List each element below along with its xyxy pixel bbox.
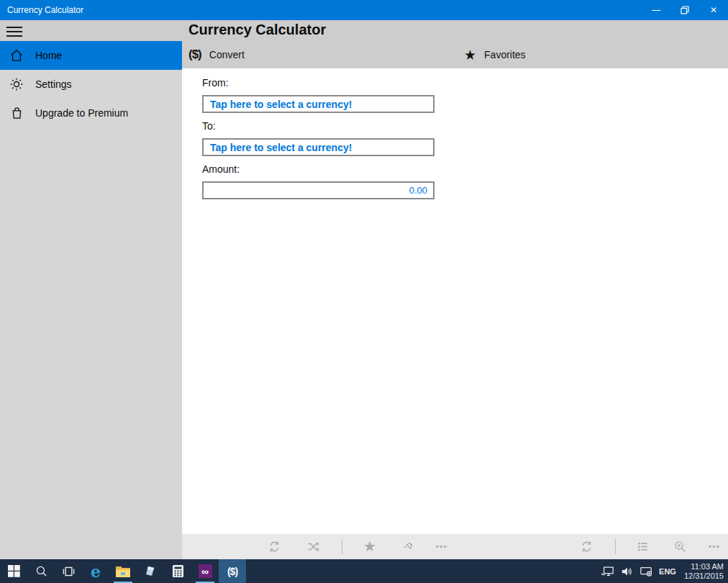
- window-controls: — ✕: [642, 0, 728, 20]
- from-label: From:: [202, 77, 229, 89]
- refresh-favorites-button[interactable]: [574, 536, 599, 556]
- swap-currencies-button[interactable]: [301, 536, 325, 556]
- windows-taskbar: e: [0, 559, 728, 583]
- pin-icon: [401, 540, 415, 553]
- gear-icon: [9, 76, 24, 92]
- list-icon: [636, 540, 650, 553]
- restore-button[interactable]: [670, 0, 699, 20]
- convert-panel: From: Tap here to select a currency! To:…: [182, 68, 728, 534]
- visual-studio-icon: ∞: [199, 564, 212, 578]
- time: 11:03 AM: [691, 562, 724, 571]
- tab-convert-label: Convert: [209, 49, 245, 60]
- sidebar-item-settings[interactable]: Settings: [0, 70, 182, 99]
- window-titlebar: Currency Calculator — ✕: [0, 0, 728, 20]
- from-currency-selector[interactable]: Tap here to select a currency!: [202, 95, 434, 113]
- start-button[interactable]: [0, 559, 27, 583]
- file-explorer-icon: [116, 566, 130, 577]
- currency-calculator-app: Currency Calculator — ✕ Currency Calcula…: [0, 0, 728, 583]
- close-button[interactable]: ✕: [699, 0, 728, 20]
- page-title: Currency Calculator: [188, 22, 326, 38]
- hamburger-icon: [6, 27, 22, 28]
- commandbar-separator: [342, 539, 342, 554]
- zoom-in-icon: [673, 540, 687, 553]
- header-band: Currency Calculator: [0, 20, 728, 41]
- taskbar-file-explorer-button[interactable]: [109, 559, 137, 583]
- restore-icon: [681, 6, 689, 14]
- task-view-icon: [62, 566, 76, 577]
- favorite-star-icon: ★: [363, 539, 376, 553]
- taskbar-currency-calculator-button[interactable]: ($): [219, 559, 246, 583]
- sidebar-item-home[interactable]: Home: [0, 41, 182, 70]
- tab-favorites[interactable]: ★ Favorites: [464, 41, 526, 68]
- date: 12/31/2015: [684, 571, 724, 580]
- amount-label: Amount:: [202, 163, 240, 175]
- taskbar-calculator-button[interactable]: [164, 559, 191, 583]
- tab-convert[interactable]: ($) Convert: [188, 41, 245, 68]
- to-label: To:: [202, 120, 216, 132]
- edge-icon: e: [91, 562, 101, 581]
- shopping-bag-icon: [9, 105, 24, 121]
- task-view-button[interactable]: [55, 559, 82, 583]
- sidebar: Home Settings Upgrade to Premium: [0, 41, 182, 559]
- to-currency-placeholder: Tap here to select a currency!: [210, 142, 352, 153]
- network-icon[interactable]: [601, 566, 614, 577]
- taskbar-notepad-button[interactable]: [137, 559, 164, 583]
- sidebar-item-upgrade-premium[interactable]: Upgrade to Premium: [0, 99, 182, 127]
- sync-icon: [580, 540, 593, 553]
- hamburger-menu-button[interactable]: [6, 24, 28, 39]
- taskbar-visual-studio-button[interactable]: ∞: [191, 559, 219, 583]
- star-icon: ★: [464, 47, 476, 63]
- app-commandbar: ★ •••: [182, 534, 728, 559]
- windows-logo-icon: [8, 565, 20, 577]
- secondary-more-button[interactable]: •••: [702, 536, 727, 556]
- add-favorite-button[interactable]: ★: [358, 536, 382, 556]
- sidebar-item-label: Upgrade to Premium: [35, 107, 128, 119]
- system-tray: ENG 11:03 AM 12/31/2015: [601, 559, 728, 583]
- pin-button[interactable]: [396, 536, 420, 556]
- more-options-button[interactable]: •••: [429, 536, 454, 556]
- sync-icon: [268, 540, 281, 553]
- clock[interactable]: 11:03 AM 12/31/2015: [683, 562, 724, 581]
- more-icon: •••: [436, 542, 447, 551]
- more-icon: •••: [709, 542, 720, 551]
- list-view-button[interactable]: [630, 536, 655, 556]
- language-indicator[interactable]: ENG: [659, 567, 676, 576]
- commandbar-separator: [615, 539, 616, 554]
- window-title: Currency Calculator: [0, 5, 83, 15]
- sidebar-item-label: Settings: [35, 78, 72, 90]
- pivot-tabbar: ($) Convert ★ Favorites: [182, 41, 728, 68]
- notepad-icon: [145, 565, 157, 577]
- currency-app-icon: ($): [227, 566, 237, 577]
- sidebar-item-label: Home: [35, 50, 62, 61]
- sync-rates-button[interactable]: [262, 536, 286, 556]
- minimize-button[interactable]: —: [642, 0, 670, 20]
- tab-favorites-label: Favorites: [484, 49, 526, 60]
- taskbar-search-button[interactable]: [27, 559, 55, 583]
- to-currency-selector[interactable]: Tap here to select a currency!: [202, 138, 434, 156]
- search-icon: [35, 565, 47, 577]
- zoom-in-button[interactable]: [668, 536, 692, 556]
- currency-exchange-icon: ($): [188, 48, 201, 62]
- home-icon: [9, 48, 24, 63]
- shuffle-icon: [306, 540, 320, 553]
- touch-keyboard-icon[interactable]: [640, 566, 652, 577]
- taskbar-edge-button[interactable]: e: [82, 559, 109, 583]
- from-currency-placeholder: Tap here to select a currency!: [210, 99, 352, 110]
- calculator-icon: [173, 565, 183, 577]
- amount-input[interactable]: [202, 181, 434, 199]
- volume-icon[interactable]: [621, 566, 633, 577]
